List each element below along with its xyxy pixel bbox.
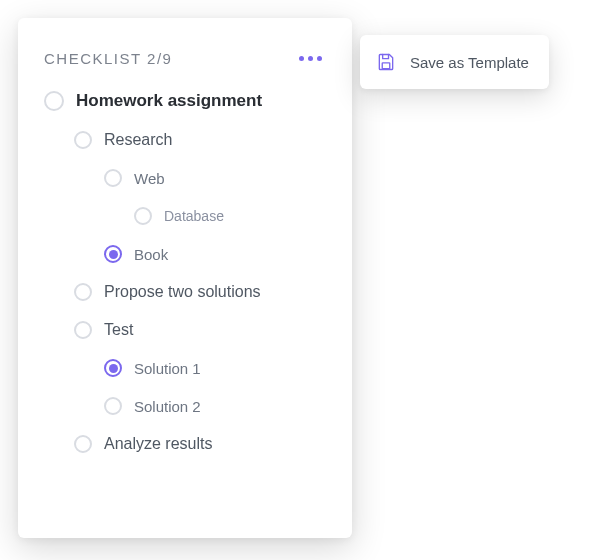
item-label: Homework assignment — [76, 91, 262, 111]
checkbox-icon[interactable] — [74, 435, 92, 453]
checklist-title: CHECKLIST 2/9 — [44, 50, 172, 67]
more-dot-icon — [317, 56, 322, 61]
panel-header: CHECKLIST 2/9 — [44, 50, 326, 67]
more-menu-button[interactable] — [295, 52, 326, 65]
item-label: Test — [104, 321, 133, 339]
checkbox-icon[interactable] — [134, 207, 152, 225]
checkbox-icon[interactable] — [74, 321, 92, 339]
checkbox-icon[interactable] — [104, 245, 122, 263]
checkbox-icon[interactable] — [104, 359, 122, 377]
save-floppy-icon — [376, 52, 396, 72]
item-label: Book — [134, 246, 168, 263]
save-as-template-button[interactable]: Save as Template — [360, 35, 549, 89]
checklist-item-solution-1[interactable]: Solution 1 — [104, 359, 326, 377]
checklist-item-solution-2[interactable]: Solution 2 — [104, 397, 326, 415]
item-label: Solution 1 — [134, 360, 201, 377]
checkbox-icon[interactable] — [104, 169, 122, 187]
checklist-item-book[interactable]: Book — [104, 245, 326, 263]
item-label: Propose two solutions — [104, 283, 261, 301]
item-label: Research — [104, 131, 172, 149]
save-as-template-label: Save as Template — [410, 54, 529, 71]
checklist-panel: CHECKLIST 2/9 Homework assignment Resear… — [18, 18, 352, 538]
item-label: Web — [134, 170, 165, 187]
more-dot-icon — [299, 56, 304, 61]
item-label: Solution 2 — [134, 398, 201, 415]
more-dot-icon — [308, 56, 313, 61]
checklist-item-web[interactable]: Web — [104, 169, 326, 187]
item-label: Analyze results — [104, 435, 213, 453]
checklist-item-database[interactable]: Database — [134, 207, 326, 225]
checklist-item-root[interactable]: Homework assignment — [44, 91, 326, 111]
checklist-item-research[interactable]: Research — [74, 131, 326, 149]
checkbox-icon[interactable] — [74, 131, 92, 149]
checkbox-icon[interactable] — [44, 91, 64, 111]
checkbox-icon[interactable] — [74, 283, 92, 301]
checkbox-icon[interactable] — [104, 397, 122, 415]
checklist-item-analyze[interactable]: Analyze results — [74, 435, 326, 453]
checklist-item-test[interactable]: Test — [74, 321, 326, 339]
svg-rect-0 — [382, 63, 390, 69]
checklist-item-propose[interactable]: Propose two solutions — [74, 283, 326, 301]
item-label: Database — [164, 208, 224, 224]
checklist-list: Homework assignment Research Web Databas… — [44, 91, 326, 453]
